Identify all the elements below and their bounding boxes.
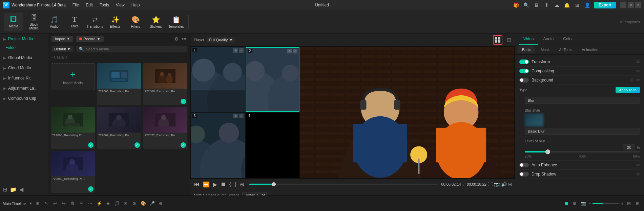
play-icon[interactable]: ▶ <box>212 180 218 189</box>
more-btn[interactable]: ⋯ <box>87 200 94 207</box>
export-button[interactable]: Export <box>594 2 616 8</box>
layout-btn[interactable]: ⊟ <box>625 200 632 207</box>
transform-gear-icon[interactable]: ⚙ <box>636 60 640 64</box>
camera-cell-2[interactable]: 2 ⚙ ⤢ <box>246 47 299 112</box>
grid-icon[interactable]: ⊞ <box>574 1 581 9</box>
cloud-icon[interactable]: ☁ <box>553 1 561 9</box>
tab-color[interactable]: Color <box>558 34 578 45</box>
import-media-placeholder[interactable]: + Import Media <box>51 63 95 90</box>
drop-shadow-gear-icon[interactable]: ⚙ <box>636 172 640 177</box>
download-icon[interactable]: ⬇ <box>543 1 550 9</box>
blur-style-value[interactable]: Basic Blur <box>525 128 640 135</box>
import-button[interactable]: Import ▼ <box>51 36 73 42</box>
mark-in-icon[interactable]: { <box>228 180 232 188</box>
filter-icon[interactable]: ⚙ <box>174 36 179 42</box>
add-folder-icon[interactable]: ⊞ <box>3 186 7 193</box>
blur-slider-track[interactable] <box>525 151 640 153</box>
tool-transitions[interactable]: ⇄ Transitions <box>85 13 104 31</box>
zoom-out-icon[interactable]: − <box>588 201 591 206</box>
progress-bar[interactable] <box>249 184 437 185</box>
tool-stock[interactable]: 🗄 Stock Media <box>24 13 43 31</box>
progress-handle[interactable] <box>272 182 276 186</box>
timeline-dropdown-icon[interactable]: ▼ <box>29 202 33 205</box>
monitor-icon[interactable]: 🖥 <box>533 1 540 9</box>
stop-icon[interactable]: ⏹ <box>220 180 227 188</box>
settings-icon[interactable]: ⊞ <box>508 182 512 187</box>
transform-toggle[interactable] <box>519 60 529 64</box>
list-item[interactable]: 00:00:10 ✓ 722866_Recording Po... <box>143 63 187 105</box>
drop-shadow-toggle[interactable] <box>519 172 529 177</box>
folder-item[interactable]: Folder <box>0 44 48 53</box>
slider-handle[interactable] <box>545 149 550 154</box>
voice-btn[interactable]: 🎤 <box>148 200 156 207</box>
sidebar-item-compound-clip[interactable]: ▶ Compound Clip <box>0 93 48 103</box>
tool-filters[interactable]: 🎨 Filters <box>126 13 145 31</box>
menu-view[interactable]: View <box>113 2 127 8</box>
list-item[interactable]: 00:00:13 ✓ 722868_Recording Po... <box>51 107 95 149</box>
menu-tools[interactable]: Tools <box>97 2 112 8</box>
restore-button[interactable]: ⧉ <box>628 2 634 8</box>
undo-button[interactable]: ↩ <box>51 200 59 207</box>
auto-enhance-gear-icon[interactable]: ⚙ <box>636 163 640 167</box>
menu-edit[interactable]: Edit <box>83 2 96 8</box>
crop-btn[interactable]: ⊡ <box>122 200 129 207</box>
skip-back-icon[interactable]: ⏮ <box>193 180 201 188</box>
mark-out-icon[interactable]: } <box>233 180 237 188</box>
zoom-in-icon[interactable]: + <box>621 201 624 206</box>
frame-back-icon[interactable]: ⏪ <box>202 180 211 189</box>
tool-audio[interactable]: 🎵 Audio <box>45 13 64 31</box>
subtab-ai-tools[interactable]: AI Tools <box>555 46 576 53</box>
speed-btn[interactable]: ⚡ <box>96 200 103 207</box>
menu-file[interactable]: File <box>70 2 82 8</box>
subtab-mask[interactable]: Mask <box>537 46 554 53</box>
timeline-select-btn[interactable]: ↖ <box>43 200 50 207</box>
quality-select[interactable]: Full Quality ▼ <box>207 37 235 43</box>
sidebar-item-project-media[interactable]: ▶ Project Media <box>0 34 48 44</box>
layout-icon[interactable]: ⊟ <box>506 36 512 44</box>
timeline-grid-btn[interactable]: ⊞ <box>34 200 41 207</box>
search-input[interactable] <box>86 47 184 51</box>
blur-value-field[interactable] <box>623 144 635 150</box>
background-gear-icon[interactable]: ⚙ <box>636 78 640 83</box>
list-item[interactable]: 00:00:15 ✓ 722880_Recording Po... <box>51 151 95 193</box>
gift-icon[interactable]: 🎁 <box>513 1 520 9</box>
default-sort-button[interactable]: Default ▼ <box>51 46 74 52</box>
search-icon[interactable]: 🔍 <box>523 1 530 9</box>
camera-cell-3[interactable]: 3 ⚙ ⤢ <box>191 113 245 178</box>
record-button[interactable]: Record ▼ <box>76 36 104 42</box>
collapse-icon[interactable]: ◀ <box>19 186 23 193</box>
background-toggle[interactable] <box>519 78 529 83</box>
fullscreen-icon[interactable]: ⛶ <box>488 182 493 187</box>
audio-btn[interactable]: 🎵 <box>113 200 121 207</box>
sidebar-item-global-media[interactable]: ▶ Global Media <box>0 53 48 63</box>
transform-btn[interactable]: ◈ <box>104 200 112 207</box>
tool-media[interactable]: 🎞 Media <box>4 13 23 31</box>
camera-cell-1[interactable]: 1 ⚙ ⤢ <box>191 47 245 112</box>
list-item[interactable]: 00:00:18 ✓ 722872_Recording Po... <box>143 107 187 149</box>
compositing-gear-icon[interactable]: ⚙ <box>636 69 640 73</box>
tab-video[interactable]: Video <box>519 34 538 45</box>
add-media-icon[interactable]: 📁 <box>10 186 17 193</box>
redo-button[interactable]: ↪ <box>60 200 68 207</box>
blur-value[interactable]: Blur <box>525 97 640 104</box>
list-item[interactable]: 00:00:17 ✓ 722869_Recording Po... <box>97 107 141 149</box>
menu-help[interactable]: Help <box>129 2 143 8</box>
bell-icon[interactable]: 🔔 <box>563 1 571 9</box>
color-btn[interactable]: 🎨 <box>140 200 147 207</box>
auto-enhance-toggle[interactable] <box>519 163 529 167</box>
audio-source-select[interactable]: Video 1 <box>242 192 267 195</box>
delete-button[interactable]: 🗑 <box>69 200 77 207</box>
cut-button[interactable]: ✂ <box>78 200 85 207</box>
split-btn[interactable]: ⊕ <box>157 200 165 207</box>
settings-btn[interactable]: ⚙ <box>571 200 578 207</box>
snapshot-icon[interactable]: 📷 <box>494 182 500 187</box>
zoom-slider[interactable] <box>593 203 620 204</box>
subtab-basic[interactable]: Basic <box>518 46 535 53</box>
tool-effects[interactable]: ✨ Effects <box>106 13 125 31</box>
subtab-animation[interactable]: Animation <box>578 46 602 53</box>
background-info-icon[interactable]: ⓘ <box>630 78 633 83</box>
avatar-icon[interactable]: 👤 <box>584 1 591 9</box>
tool-titles[interactable]: T Titles <box>65 13 84 31</box>
apply-button[interactable]: Apply to to <box>616 87 640 93</box>
volume-icon[interactable]: 🔊 <box>501 182 507 187</box>
